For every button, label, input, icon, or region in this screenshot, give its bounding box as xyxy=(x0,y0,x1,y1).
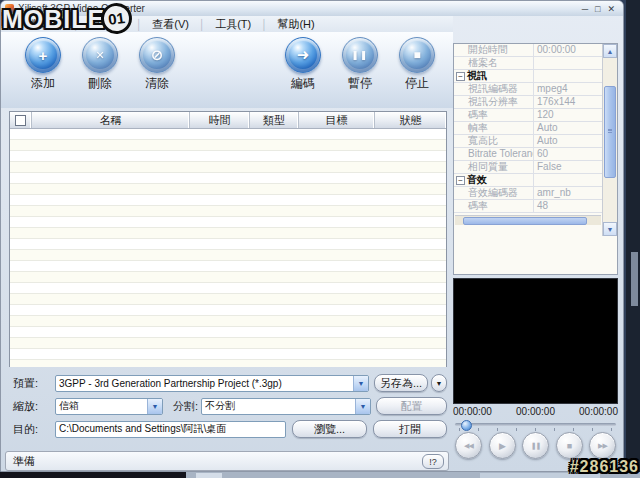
status-text: 準備 xyxy=(13,454,35,469)
clear-button-label: 清除 xyxy=(139,75,175,92)
delete-button-label: 刪除 xyxy=(82,75,118,92)
add-button[interactable]: + 添加 xyxy=(25,37,61,108)
destination-label: 目的: xyxy=(9,422,55,437)
previous-button[interactable]: ◀◀ xyxy=(455,432,482,459)
zoom-select[interactable]: 信箱 ▼ xyxy=(55,398,163,415)
preset-row: 預置: 3GPP - 3rd Generation Partnership Pr… xyxy=(9,374,447,392)
delete-button[interactable]: ✕ 刪除 xyxy=(82,37,118,108)
add-button-label: 添加 xyxy=(25,75,61,92)
file-list-body[interactable] xyxy=(10,129,446,367)
config-button[interactable]: 配置 xyxy=(376,397,447,415)
desktop-edge xyxy=(626,0,640,472)
video-preview xyxy=(453,278,618,404)
scroll-down-icon[interactable]: ▼ xyxy=(603,222,617,236)
scrollbar-thumb[interactable] xyxy=(463,217,587,225)
horizontal-scrollbar[interactable] xyxy=(455,215,601,225)
mobile01-brand-text: MOBILE xyxy=(2,7,105,31)
property-row[interactable]: 視訊分辨率 176x144 xyxy=(454,96,602,109)
statusbar: 準備 !? xyxy=(5,451,449,471)
mobile01-watermark: MOBILE 01 xyxy=(2,3,132,34)
property-row[interactable]: 檔案名 xyxy=(454,57,602,70)
file-list: 名稱 時間 類型 目標 狀態 xyxy=(9,111,447,367)
open-button[interactable]: 打開 xyxy=(373,420,447,438)
menu-view[interactable]: 查看(V) xyxy=(142,17,199,32)
stop-icon: ■ xyxy=(567,441,571,451)
split-select[interactable]: 不分割 ▼ xyxy=(201,398,371,415)
zoom-label: 縮放: xyxy=(9,399,55,414)
column-type[interactable]: 類型 xyxy=(250,112,299,128)
encode-arrow-icon: ➜ xyxy=(285,37,321,73)
select-all-column[interactable] xyxy=(10,112,32,128)
stop-button[interactable]: ■ 停止 xyxy=(399,37,435,108)
play-button[interactable]: ▶ xyxy=(489,432,516,459)
clear-slash-icon: ⊘ xyxy=(139,37,175,73)
menu-tools[interactable]: 工具(T) xyxy=(205,17,261,32)
minimize-button[interactable]: ─ xyxy=(582,4,588,14)
plus-icon: + xyxy=(25,37,61,73)
destination-input[interactable] xyxy=(55,421,286,438)
browse-button[interactable]: 瀏覽... xyxy=(292,420,367,438)
clear-button[interactable]: ⊘ 清除 xyxy=(139,37,175,108)
save-as-button[interactable]: 另存為... xyxy=(374,374,428,392)
close-button[interactable]: ✕ xyxy=(607,4,615,14)
app-window: Xilisoft 3GP Video Converter ─ □ ✕ 檔案(F)… xyxy=(0,0,624,472)
column-target[interactable]: 目標 xyxy=(299,112,375,128)
preset-select[interactable]: 3GPP - 3rd Generation Partnership Projec… xyxy=(55,375,369,392)
seek-slider[interactable] xyxy=(453,420,618,432)
time-current: 00:00:00 xyxy=(453,406,492,418)
encode-button-label: 編碼 xyxy=(285,75,321,92)
property-row[interactable]: 碼率 120 xyxy=(454,109,602,122)
preset-more-button[interactable]: ▼ xyxy=(431,374,447,392)
pause-playback-button[interactable]: ❚❚ xyxy=(522,432,549,459)
property-panel: 開始時間 00:00:00 檔案名 −視訊 視訊編碼器 mpeg4 視訊分辨率 xyxy=(453,43,618,275)
next-button[interactable]: ▶▶ xyxy=(589,432,616,459)
file-list-header: 名稱 時間 類型 目標 狀態 xyxy=(10,112,446,129)
scrollbar-thumb[interactable] xyxy=(604,86,616,178)
split-label: 分割: xyxy=(163,399,199,414)
slider-thumb[interactable] xyxy=(461,420,472,431)
property-section-audio[interactable]: −音效 xyxy=(454,174,602,187)
stop-button-label: 停止 xyxy=(399,75,435,92)
select-all-checkbox[interactable] xyxy=(15,115,26,126)
time-elapsed: 00:00:00 xyxy=(516,406,555,418)
scroll-up-icon[interactable]: ▲ xyxy=(603,44,617,58)
menu-help[interactable]: 幫助(H) xyxy=(267,17,324,32)
property-grid: 開始時間 00:00:00 檔案名 −視訊 視訊編碼器 mpeg4 視訊分辨率 xyxy=(454,44,602,274)
post-id-watermark: #286136 xyxy=(570,458,639,476)
delete-x-icon: ✕ xyxy=(82,37,118,73)
chevron-down-icon: ▼ xyxy=(436,380,443,387)
pause-icon: ❚❚ xyxy=(342,37,378,73)
property-section-video[interactable]: −視訊 xyxy=(454,70,602,83)
chevron-down-icon[interactable]: ▼ xyxy=(147,399,162,414)
maximize-button[interactable]: □ xyxy=(595,4,600,14)
pause-icon: ❚❚ xyxy=(531,442,541,450)
property-row[interactable]: 幀率 Auto xyxy=(454,122,602,135)
column-time[interactable]: 時間 xyxy=(190,112,250,128)
time-total: 00:00:00 xyxy=(579,406,618,418)
desktop: Xilisoft 3GP Video Converter ─ □ ✕ 檔案(F)… xyxy=(0,0,640,478)
encode-button[interactable]: ➜ 編碼 xyxy=(285,37,321,108)
slider-track[interactable] xyxy=(455,423,616,426)
column-status[interactable]: 狀態 xyxy=(375,112,446,128)
collapse-icon[interactable]: − xyxy=(456,176,465,185)
chevron-down-icon[interactable]: ▼ xyxy=(353,376,368,391)
pause-button[interactable]: ❚❚ 暫停 xyxy=(342,37,378,108)
column-name[interactable]: 名稱 xyxy=(32,112,190,128)
pause-button-label: 暫停 xyxy=(342,75,378,92)
property-row[interactable]: 相同質量 False xyxy=(454,161,602,174)
zoom-split-row: 縮放: 信箱 ▼ 分割: 不分割 ▼ 配置 xyxy=(9,397,447,415)
property-row[interactable]: 碼率 48 xyxy=(454,200,602,213)
vertical-scrollbar[interactable]: ▲ ▼ xyxy=(602,44,617,236)
property-row[interactable]: 音效編碼器 amr_nb xyxy=(454,187,602,200)
taskbar-strip xyxy=(0,472,640,478)
tip-button[interactable]: !? xyxy=(422,454,444,469)
property-row[interactable]: 寬高比 Auto xyxy=(454,135,602,148)
window-controls: ─ □ ✕ xyxy=(582,4,619,14)
chevron-down-icon[interactable]: ▼ xyxy=(355,399,370,414)
property-row[interactable]: Bitrate Tolerance 60 xyxy=(454,148,602,161)
property-row[interactable]: 開始時間 00:00:00 xyxy=(454,44,602,57)
property-row[interactable]: 視訊編碼器 mpeg4 xyxy=(454,83,602,96)
previous-icon: ◀◀ xyxy=(464,442,473,450)
stop-playback-button[interactable]: ■ xyxy=(556,432,583,459)
collapse-icon[interactable]: − xyxy=(456,72,465,81)
